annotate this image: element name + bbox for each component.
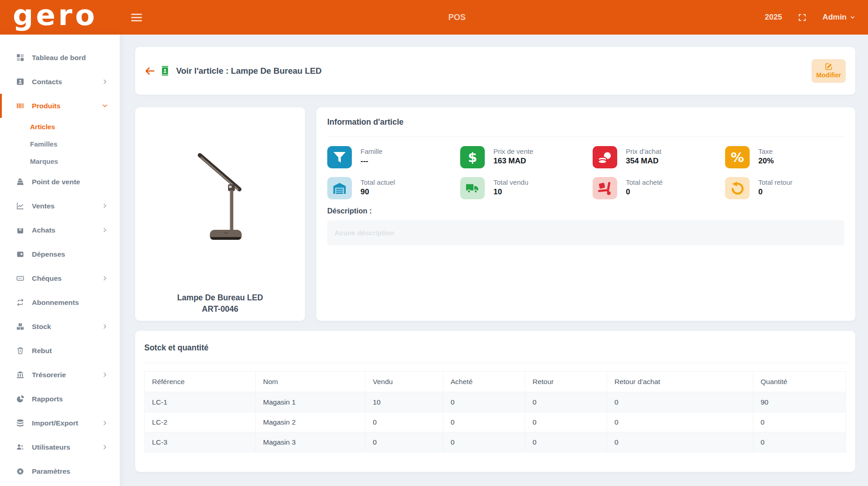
users-icon xyxy=(16,443,24,451)
edit-icon xyxy=(825,63,832,70)
page-title: Voir l'article : Lampe De Bureau LED xyxy=(176,66,322,76)
sidebar-item-tableau-de-bord[interactable]: Tableau de bord xyxy=(0,46,120,70)
database-icon xyxy=(16,419,24,427)
chevron-right-icon xyxy=(102,227,108,233)
contacts-icon xyxy=(16,78,24,86)
main-content: Voir l'article : Lampe De Bureau LED Mod… xyxy=(120,35,868,486)
product-reference: ART-0046 xyxy=(135,304,305,314)
admin-menu[interactable]: Admin xyxy=(822,13,855,22)
info-card-title: Information d'article xyxy=(327,117,844,127)
stat-prix-d-achat: Prix d'achat354 MAD xyxy=(593,146,725,168)
description-label: Déscription : xyxy=(327,207,844,215)
description-box: Acune déscription xyxy=(327,220,844,245)
stat-taxe: %Taxe20% xyxy=(725,146,844,168)
chevron-down-icon xyxy=(102,103,108,109)
sidebar-item-contacts[interactable]: Contacts xyxy=(0,70,120,94)
stock-col-retour: Retour xyxy=(525,372,607,392)
gero-logo: gero xyxy=(0,0,120,30)
page-header-card: Voir l'article : Lampe De Bureau LED Mod… xyxy=(135,47,855,95)
sidebar-item-utilisateurs[interactable]: Utilisateurs xyxy=(0,435,120,459)
bank-icon xyxy=(16,371,24,379)
chevron-right-icon xyxy=(102,203,108,209)
chevron-right-icon xyxy=(102,372,108,378)
chevron-right-icon xyxy=(102,420,108,426)
product-name: Lampe De Bureau LED xyxy=(135,293,305,303)
stat-total-achet: Total acheté0 xyxy=(593,177,725,199)
sidebar-item-stock[interactable]: Stock xyxy=(0,314,120,339)
undo-icon xyxy=(725,177,750,199)
sidebar-item-point-de-vente[interactable]: Point de vente xyxy=(0,170,120,194)
stock-table: RéférenceNomVenduAchetéRetourRetour d'ac… xyxy=(144,371,846,452)
sidebar-item-rebut[interactable]: Rebut xyxy=(0,339,120,363)
gear-icon xyxy=(16,467,24,475)
pie-icon xyxy=(16,395,24,403)
top-navbar: gero POS 2025 Admin xyxy=(0,0,868,35)
sidebar-item-rapports[interactable]: Rapports xyxy=(0,387,120,411)
repeat-icon xyxy=(16,299,24,306)
cheque-icon xyxy=(16,274,24,282)
stat-prix-de-vente: $Prix de vente163 MAD xyxy=(460,146,593,168)
trash-icon xyxy=(16,347,24,354)
sidebar-item-ch-ques[interactable]: Chéques xyxy=(0,266,120,290)
sidebar-item-abonnements[interactable]: Abonnements xyxy=(0,290,120,314)
sidebar-subitem-articles[interactable]: Articles xyxy=(0,118,120,135)
sidebar-item-import-export[interactable]: Import/Export xyxy=(0,411,120,435)
sidebar: Tableau de bordContactsProduitsArticlesF… xyxy=(0,35,120,486)
truck-icon xyxy=(460,177,485,199)
product-image xyxy=(135,107,305,321)
dashboard-icon xyxy=(16,54,24,61)
chevron-right-icon xyxy=(102,79,108,85)
sidebar-item-d-penses[interactable]: Dépenses xyxy=(0,242,120,266)
stock-col-quantit: Quantité xyxy=(753,372,846,392)
warehouse-icon xyxy=(327,177,352,199)
chevron-right-icon xyxy=(102,444,108,450)
chevron-down-icon xyxy=(850,15,855,20)
stat-famille: Famille--- xyxy=(327,146,460,168)
coins-icon xyxy=(593,146,617,168)
stock-row-lc-2: LC-2Magasin 200000 xyxy=(145,412,846,432)
navbar-pos-title: POS xyxy=(448,0,466,35)
sidebar-item-param-tres[interactable]: Paramètres xyxy=(0,459,120,483)
article-badge-icon xyxy=(161,66,169,76)
boxes-icon xyxy=(16,323,24,330)
stock-card: Sotck et quantité RéférenceNomVenduAchet… xyxy=(135,331,855,472)
sidebar-item-tr-sorerie[interactable]: Trésorerie xyxy=(0,363,120,387)
wallet-icon xyxy=(16,250,24,258)
register-icon xyxy=(16,178,24,186)
percent-icon: % xyxy=(725,146,750,168)
stock-card-title: Sotck et quantité xyxy=(144,343,846,353)
sidebar-item-produits[interactable]: Produits xyxy=(0,94,120,118)
stock-col-achet: Acheté xyxy=(443,372,525,392)
sidebar-subitem-marques[interactable]: Marques xyxy=(0,152,120,170)
stat-total-actuel: Total actuel90 xyxy=(327,177,460,199)
article-info-card: Information d'article Famille---$Prix de… xyxy=(316,107,855,321)
stock-col-vendu: Vendu xyxy=(365,372,443,392)
dolly-icon xyxy=(593,177,617,199)
stock-row-lc-3: LC-3Magasin 300000 xyxy=(145,432,846,452)
dollar-icon: $ xyxy=(460,146,485,168)
back-arrow-icon[interactable] xyxy=(145,66,155,76)
fullscreen-icon[interactable] xyxy=(798,14,806,21)
stock-row-lc-1: LC-1Magasin 11000090 xyxy=(145,392,846,412)
hamburger-menu-icon[interactable] xyxy=(131,12,142,23)
stat-total-vendu: Total vendu10 xyxy=(460,177,593,199)
filter-icon xyxy=(327,146,352,168)
sidebar-item-ventes[interactable]: Ventes xyxy=(0,194,120,218)
chevron-right-icon xyxy=(102,324,108,329)
sidebar-subitem-familles[interactable]: Familles xyxy=(0,135,120,152)
stat-total-retour: Total retour0 xyxy=(725,177,844,199)
stock-col-retour-d-achat: Retour d'achat xyxy=(607,372,753,392)
chevron-right-icon xyxy=(102,275,108,281)
bag-icon xyxy=(16,226,24,234)
barcode-icon xyxy=(16,102,24,110)
stock-col-r-f-rence: Référence xyxy=(145,372,256,392)
product-card: Lampe De Bureau LED ART-0046 xyxy=(135,107,305,321)
modifier-button[interactable]: Modifier xyxy=(812,59,846,83)
chart-icon xyxy=(16,202,24,210)
stock-col-nom: Nom xyxy=(256,372,365,392)
sidebar-item-achats[interactable]: Achats xyxy=(0,218,120,242)
navbar-year: 2025 xyxy=(765,13,782,22)
